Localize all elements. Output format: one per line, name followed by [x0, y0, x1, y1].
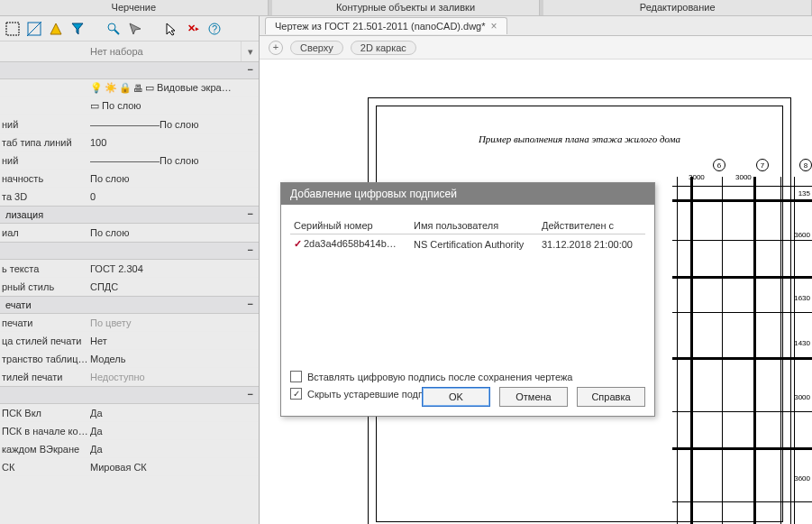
- axis-markers: 6 7 8: [713, 159, 812, 177]
- col-valid[interactable]: Действителен с: [538, 217, 645, 234]
- delete-icon[interactable]: ✕▸: [186, 22, 200, 36]
- select-crossing-icon[interactable]: [27, 22, 41, 36]
- prop-ltscale[interactable]: таб типа линий 100: [0, 133, 259, 152]
- document-tab[interactable]: Чертеж из ГОСТ 21.501-2011 (nanoCAD).dwg…: [265, 17, 507, 34]
- selection-row[interactable]: Нет набора ▾: [0, 41, 259, 61]
- document-tabbar: Чертеж из ГОСТ 21.501-2011 (nanoCAD).dwg…: [260, 16, 812, 36]
- checkbox-icon[interactable]: ✓: [290, 388, 302, 400]
- collapse-icon[interactable]: −: [248, 389, 253, 400]
- pick-icon[interactable]: [128, 22, 142, 36]
- group-text[interactable]: −: [0, 242, 259, 260]
- select-window-icon[interactable]: [5, 22, 20, 36]
- collapse-icon[interactable]: −: [248, 64, 253, 75]
- view-style-pill[interactable]: 2D каркас: [351, 41, 416, 55]
- help-button[interactable]: Справка: [577, 387, 645, 407]
- filter-icon[interactable]: [70, 22, 85, 36]
- cursor-icon[interactable]: [164, 22, 178, 36]
- table-row[interactable]: ✓2da3a4d658b414b… NS Certification Autho…: [290, 234, 645, 254]
- checkbox-insert-after-save[interactable]: Вставлять цифровую подпись после сохране…: [290, 371, 645, 382]
- view-orientation-pill[interactable]: Сверху: [290, 41, 343, 55]
- prop-transparency[interactable]: начность По слою: [0, 170, 259, 188]
- lightbulb-icon: 💡: [90, 82, 103, 94]
- axis-circle: 7: [756, 159, 769, 171]
- group-general[interactable]: −: [0, 61, 259, 79]
- prop-plot-table[interactable]: ца стилей печати Нет: [0, 332, 259, 350]
- prop-layer[interactable]: 💡 ☀️ 🔒 🖶 ▭ Видовые экра…: [0, 79, 259, 97]
- dialog-title: Добавление цифровых подписей: [281, 183, 654, 205]
- svg-text:?: ?: [212, 23, 217, 34]
- prop-lineweight[interactable]: ний ———————По слою: [0, 152, 259, 170]
- axis-circle: 8: [799, 159, 812, 171]
- document-tab-title: Чертеж из ГОСТ 21.501-2011 (nanoCAD).dwg…: [275, 21, 486, 32]
- ribbon-bar: Черчение Контурные объекты и заливки Ред…: [0, 0, 812, 16]
- prop-textstyle[interactable]: ь текста ГОСТ 2.304: [0, 260, 259, 278]
- drawing-title: Пример выполнения плана этажа жилого дом…: [377, 133, 782, 144]
- help-icon[interactable]: ?: [207, 22, 222, 36]
- check-icon: ✓: [294, 238, 302, 249]
- checkbox-label: Вставлять цифровую подпись после сохране…: [307, 372, 573, 382]
- collapse-icon[interactable]: −: [248, 208, 253, 219]
- checkbox-icon[interactable]: [290, 371, 302, 382]
- ribbon-tab-drafting[interactable]: Черчение: [0, 0, 269, 15]
- prop-bylayer-1[interactable]: ▭ По слою: [0, 97, 259, 115]
- prop-height3d[interactable]: та 3D 0: [0, 188, 259, 206]
- selection-value: Нет набора: [88, 46, 241, 57]
- group-plot[interactable]: ечати−: [0, 296, 259, 314]
- group-ucs[interactable]: −: [0, 386, 259, 404]
- svg-point-3: [108, 23, 115, 31]
- axis-circle: 6: [713, 159, 725, 171]
- close-icon[interactable]: ×: [491, 20, 497, 32]
- selection-dropdown-icon[interactable]: ▾: [241, 41, 259, 61]
- col-serial[interactable]: Серийный номер: [290, 217, 410, 234]
- prop-dimstyle[interactable]: рный стиль СПДС: [0, 278, 259, 296]
- prop-plotstyle[interactable]: печати По цвету: [0, 314, 259, 332]
- ribbon-tab-contours[interactable]: Контурные объекты и заливки: [272, 0, 541, 15]
- svg-rect-0: [6, 23, 19, 35]
- prop-ucs-world[interactable]: СК Мировая СК: [0, 458, 259, 476]
- svg-line-4: [114, 30, 119, 34]
- prop-layer-value: Видовые экра…: [157, 82, 232, 93]
- properties-toolbar: ✕▸ ?: [0, 16, 259, 41]
- view-controls: + Сверху 2D каркас: [260, 36, 812, 60]
- ribbon-tab-editing[interactable]: Редактирование: [543, 0, 812, 15]
- add-view-button[interactable]: +: [269, 41, 283, 55]
- properties-panel: ✕▸ ? Нет набора ▾ − 💡 ☀️ 🔒 🖶 ▭ Видовые э…: [0, 16, 260, 524]
- signature-table[interactable]: Серийный номер Имя пользователя Действит…: [290, 217, 645, 253]
- prop-ucs-origin[interactable]: ПСК в начале ко… Да: [0, 422, 259, 440]
- prop-material[interactable]: иал По слою: [0, 224, 259, 242]
- prop-ucs-vp[interactable]: каждом ВЭкране Да: [0, 440, 259, 458]
- collapse-icon[interactable]: −: [248, 244, 253, 255]
- cancel-button[interactable]: Отмена: [499, 387, 568, 407]
- rect-icon: ▭: [145, 82, 154, 94]
- collapse-icon[interactable]: −: [248, 299, 253, 309]
- prop-linetype[interactable]: ний ———————По слою: [0, 115, 259, 133]
- lock-icon: 🔒: [119, 82, 132, 94]
- square-color-icon: ▭: [90, 100, 102, 111]
- prop-plot-styles-avail[interactable]: тилей печати Недоступно: [0, 368, 259, 386]
- prop-plot-space[interactable]: транство таблиц… Модель: [0, 350, 259, 368]
- zoom-icon[interactable]: [106, 22, 121, 36]
- col-user[interactable]: Имя пользователя: [410, 217, 538, 234]
- prop-ucs-on[interactable]: ПСК Вкл Да: [0, 404, 259, 422]
- floor-plan: 3000 3000 135 3600 1630 1430 3000 3600: [672, 177, 812, 524]
- sun-icon: ☀️: [105, 82, 117, 94]
- printer-icon: 🖶: [133, 83, 143, 94]
- checkbox-label: Скрыть устаревшие подписи: [307, 389, 440, 400]
- ok-button[interactable]: OK: [422, 387, 490, 407]
- digital-signature-dialog: Добавление цифровых подписей Серийный но…: [280, 182, 655, 417]
- svg-line-2: [27, 22, 41, 36]
- group-visualization[interactable]: лизация−: [0, 206, 259, 224]
- paint-icon[interactable]: [49, 22, 63, 36]
